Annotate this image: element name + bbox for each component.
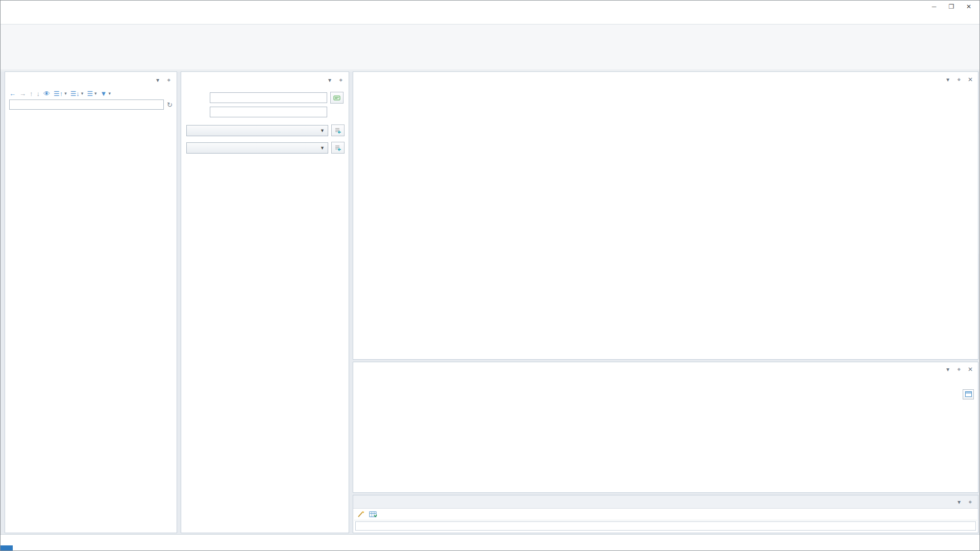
magnetic-select[interactable]: ▼ [186, 142, 328, 154]
go-to-source-button[interactable] [331, 124, 345, 136]
close-icon[interactable]: ✕ [967, 366, 974, 373]
graphics-canvas[interactable] [353, 98, 978, 359]
name-input[interactable] [210, 107, 327, 117]
torque-plot[interactable] [353, 388, 980, 492]
clear-brush-icon[interactable] [357, 511, 365, 518]
pin-icon[interactable]: ⌖ [967, 498, 974, 506]
surface-plot [353, 98, 978, 356]
minimize-button[interactable]: ─ [925, 1, 943, 12]
rename-icon [333, 95, 340, 101]
panel-menu-icon[interactable]: ▾ [944, 76, 951, 83]
pin-icon[interactable]: ⌖ [955, 366, 963, 373]
torque-toolbar [353, 375, 978, 388]
messages-content [354, 520, 977, 520]
plot-properties-button[interactable] [963, 389, 974, 399]
structure-caption [181, 119, 349, 124]
go-to-source-icon [334, 128, 341, 134]
close-icon[interactable]: ✕ [967, 76, 974, 83]
ribbon-tab-row [1, 13, 979, 24]
move-down-icon[interactable]: ↓ [37, 90, 40, 97]
comsol-window: ─ ❐ ✕ ▾ ⌖ ← → ↑ ↓ 👁 ☰↑▾ [0, 0, 980, 551]
status-corner-mark [1, 545, 13, 550]
refresh-icon[interactable]: ↻ [167, 101, 173, 109]
close-button[interactable]: ✕ [960, 1, 977, 12]
model-tree [5, 112, 177, 533]
structure-select[interactable]: ▼ [186, 125, 328, 136]
messages-tab-bar: ▾ ⌖ [353, 495, 978, 509]
title-bar: ─ ❐ ✕ [1, 1, 979, 13]
model-builder-panel: ▾ ⌖ ← → ↑ ↓ 👁 ☰↑▾ ☰↓▾ ☰▾ ▼▾ ↻ [5, 71, 177, 533]
panel-menu-icon[interactable]: ▾ [154, 77, 161, 84]
plot-window-icon [965, 391, 972, 397]
messages-empty-row [355, 521, 976, 531]
go-to-source-icon [334, 145, 341, 151]
maximize-button[interactable]: ❐ [943, 1, 960, 12]
settings-panel: ▾ ⌖ ▼ [181, 71, 349, 533]
messages-toolbar [353, 509, 978, 520]
show-icon[interactable]: 👁 [43, 90, 50, 97]
rename-button[interactable] [330, 92, 344, 104]
messages-window: ▾ ⌖ [353, 495, 978, 533]
pin-icon[interactable]: ⌖ [955, 76, 963, 83]
pin-icon[interactable]: ⌖ [337, 77, 345, 84]
filter-icon[interactable]: ▼ [101, 90, 107, 97]
workspace: ▾ ⌖ ← → ↑ ↓ 👁 ☰↑▾ ☰↓▾ ☰▾ ▼▾ ↻ [1, 71, 979, 534]
graphics-toolbar [353, 86, 978, 98]
ribbon [1, 24, 979, 70]
window-controls: ─ ❐ ✕ [925, 1, 977, 12]
pin-icon[interactable]: ⌖ [165, 77, 173, 84]
expand-all-icon[interactable]: ☰↓ [70, 90, 80, 97]
label-input[interactable] [210, 92, 327, 103]
graphics-window: ▾ ⌖ ✕ [353, 71, 978, 360]
tree-filter-input[interactable] [9, 99, 164, 110]
move-up-icon[interactable]: ↑ [30, 90, 33, 97]
forward-icon[interactable]: → [19, 90, 26, 97]
export-table-icon[interactable] [369, 511, 377, 518]
panel-menu-icon[interactable]: ▾ [955, 498, 963, 506]
panel-menu-icon[interactable]: ▾ [326, 77, 333, 84]
magnetic-caption [181, 136, 349, 142]
torque-window: ▾ ⌖ ✕ [353, 362, 978, 493]
go-to-source-button[interactable] [331, 142, 345, 154]
model-builder-toolbar: ← → ↑ ↓ 👁 ☰↑▾ ☰↓▾ ☰▾ ▼▾ [5, 87, 177, 99]
node-grouping-icon[interactable]: ☰ [87, 90, 93, 97]
status-bar [1, 534, 979, 550]
collapse-all-icon[interactable]: ☰↑ [54, 90, 63, 97]
back-icon[interactable]: ← [9, 90, 16, 97]
panel-menu-icon[interactable]: ▾ [944, 366, 951, 373]
